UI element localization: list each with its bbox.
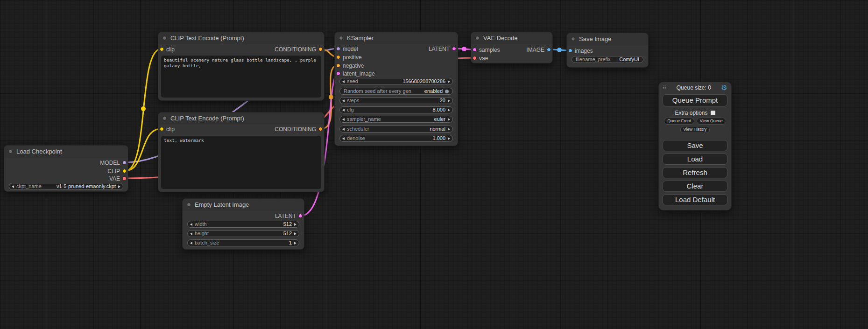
decrement-arrow-icon[interactable] [190,242,192,245]
widget-random-seed-toggle[interactable]: Random seed after every gen enabled [339,88,453,95]
node-clip-text-encode-positive[interactable]: CLIP Text Encode (Prompt) clip CONDITION… [158,32,325,101]
widget-ckpt-name[interactable]: ckpt_name v1-5-pruned-emaonly.ckpt [9,183,123,190]
widget-value: enabled [424,88,443,94]
decrement-arrow-icon[interactable] [12,185,14,188]
queue-prompt-button[interactable]: Queue Prompt [663,94,727,106]
node-title-bar[interactable]: Save Image [567,33,648,45]
node-empty-latent-image[interactable]: Empty Latent Image LATENT width 512 heig… [182,198,304,250]
load-default-button[interactable]: Load Default [663,194,727,205]
node-title-label: Load Checkpoint [16,148,62,155]
increment-arrow-icon[interactable] [448,118,450,121]
input-port-negative[interactable] [336,63,340,68]
collapse-dot-icon[interactable] [339,36,343,40]
collapse-dot-icon[interactable] [475,36,480,40]
node-vae-decode[interactable]: VAE Decode samples IMAGE vae [471,32,553,63]
node-save-image[interactable]: Save Image images filename_prefix ComfyU… [566,33,649,68]
output-slot-latent: LATENT [335,46,458,52]
input-port-images[interactable] [568,49,572,53]
collapse-dot-icon[interactable] [187,203,191,207]
queue-front-button[interactable]: Queue Front [664,118,694,125]
node-title-bar[interactable]: KSampler [335,32,458,44]
menu-header: ⠿ Queue size: 0 ⚙ [659,82,731,93]
extra-options-checkbox[interactable] [711,111,715,115]
node-title-bar[interactable]: CLIP Text Encode (Prompt) [158,32,324,44]
output-port-clip[interactable] [122,169,127,173]
decrement-arrow-icon[interactable] [342,99,345,102]
decrement-arrow-icon[interactable] [342,118,345,121]
input-slot-vae: vae [471,55,552,62]
node-title-bar[interactable]: VAE Decode [471,32,552,44]
collapse-dot-icon[interactable] [162,36,167,40]
node-ksampler[interactable]: KSampler model LATENT positive negative … [334,32,458,146]
view-queue-button[interactable]: View Queue [697,118,726,125]
output-port-image[interactable] [547,48,551,52]
widget-name: sampler_name [347,116,381,122]
increment-arrow-icon[interactable] [448,80,450,83]
node-title-bar[interactable]: Load Checkpoint [4,146,128,158]
output-port-latent[interactable] [452,47,456,51]
node-title-bar[interactable]: CLIP Text Encode (Prompt) [158,112,324,125]
extra-options-row: Extra options [659,110,731,116]
input-port-latent-image[interactable] [336,71,340,76]
prompt-textarea[interactable]: text, watermark [161,136,321,189]
decrement-arrow-icon[interactable] [342,109,345,112]
decrement-arrow-icon[interactable] [342,128,345,131]
widget-steps[interactable]: steps 20 [339,97,453,104]
view-history-button[interactable]: View History [680,126,710,133]
decrement-arrow-icon[interactable] [342,137,345,140]
collapse-dot-icon[interactable] [571,37,575,41]
widget-sampler-name[interactable]: sampler_name euler [339,116,453,123]
output-port-vae[interactable] [122,176,127,181]
settings-gear-icon[interactable]: ⚙ [721,84,727,92]
increment-arrow-icon[interactable] [118,185,120,188]
output-port-conditioning[interactable] [318,127,323,131]
input-port-positive[interactable] [336,55,340,59]
widget-denoise[interactable]: denoise 1.000 [339,135,453,142]
drag-handle-icon[interactable]: ⠿ [663,85,666,91]
clear-button[interactable]: Clear [663,181,727,192]
widget-filename-prefix[interactable]: filename_prefix ComfyUI [572,56,643,63]
collapse-dot-icon[interactable] [162,116,167,120]
load-button[interactable]: Load [663,154,727,165]
slot-label: VAE [109,175,120,182]
output-slot-conditioning: CONDITIONING [158,126,324,133]
graph-canvas[interactable]: Load Checkpoint MODEL CLIP VAE ckpt_name… [0,0,868,329]
collapse-dot-icon[interactable] [8,149,13,154]
widget-value: 20 [440,98,445,104]
increment-arrow-icon[interactable] [294,232,296,235]
widget-batch-size[interactable]: batch_size 1 [187,239,299,246]
increment-arrow-icon[interactable] [448,109,450,112]
widget-seed[interactable]: seed 156680208700286 [339,78,453,85]
decrement-arrow-icon[interactable] [342,80,345,83]
increment-arrow-icon[interactable] [294,242,296,245]
decrement-arrow-icon[interactable] [190,223,192,226]
link-dot-image [557,48,562,52]
increment-arrow-icon[interactable] [448,137,450,140]
increment-arrow-icon[interactable] [448,99,450,102]
comfy-menu-panel[interactable]: ⠿ Queue size: 0 ⚙ Queue Prompt Extra opt… [658,82,732,210]
save-button[interactable]: Save [663,140,727,151]
toggle-dot-icon[interactable] [445,90,449,93]
prompt-textarea[interactable]: beautiful scenery nature glass bottle la… [161,56,321,98]
widget-name: seed [347,78,358,84]
input-port-vae[interactable] [473,56,477,60]
output-port-model[interactable] [122,161,127,165]
increment-arrow-icon[interactable] [448,128,450,131]
increment-arrow-icon[interactable] [294,223,296,226]
output-port-latent[interactable] [298,214,303,218]
refresh-button[interactable]: Refresh [663,167,727,178]
widget-value: 156680208700286 [402,78,445,84]
output-slot-image: IMAGE [471,47,552,53]
widget-width[interactable]: width 512 [187,221,299,228]
widget-height[interactable]: height 512 [187,230,299,237]
slot-label: IMAGE [526,47,544,53]
node-load-checkpoint[interactable]: Load Checkpoint MODEL CLIP VAE ckpt_name… [4,145,128,192]
node-title-bar[interactable]: Empty Latent Image [183,199,304,211]
widget-scheduler[interactable]: scheduler normal [339,126,453,133]
widget-name: steps [347,98,359,104]
output-port-conditioning[interactable] [318,47,323,51]
node-clip-text-encode-negative[interactable]: CLIP Text Encode (Prompt) clip CONDITION… [158,112,325,192]
node-title-label: Empty Latent Image [195,201,249,208]
widget-cfg[interactable]: cfg 8.000 [339,106,453,113]
decrement-arrow-icon[interactable] [190,232,192,235]
